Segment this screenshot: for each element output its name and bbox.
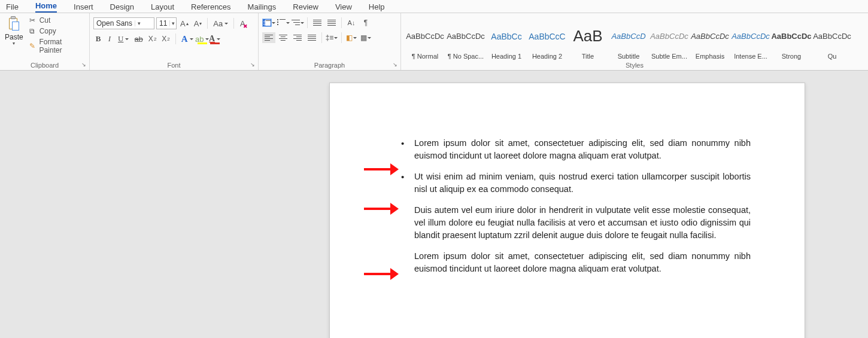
style-name: Qu — [828, 53, 837, 60]
style--no-spac-[interactable]: AaBbCcDc¶ No Spac... — [445, 17, 486, 62]
copy-button[interactable]: ⧉Copy — [28, 27, 86, 35]
style-preview: AaB — [573, 20, 602, 53]
style-heading-1[interactable]: AaBbCcHeading 1 — [486, 17, 527, 62]
borders-button[interactable]: ▦ — [359, 32, 372, 43]
tab-mailings[interactable]: Mailings — [248, 2, 277, 13]
font-launcher[interactable]: ↘ — [249, 61, 256, 68]
style-preview: AaBbCcDc — [406, 20, 444, 53]
style-name: Subtle Em... — [651, 53, 687, 60]
tab-insert[interactable]: Insert — [74, 2, 93, 13]
subscript-button[interactable]: X2 — [147, 34, 158, 44]
underline-button[interactable]: U — [116, 34, 130, 44]
style-subtitle[interactable]: AaBbCcDSubtitle — [608, 17, 649, 62]
font-size-select[interactable]: 11▾ — [156, 17, 177, 29]
ribbon: Paste ▾ ✂Cut ⧉Copy ✎Format Painter Clipb… — [0, 13, 868, 71]
style--normal[interactable]: AaBbCcDc¶ Normal — [405, 17, 445, 62]
list-item[interactable]: Lorem ipsum dolor sit amet, consectetuer… — [399, 137, 751, 162]
document-page[interactable]: Lorem ipsum dolor sit amet, consectetuer… — [329, 83, 805, 338]
chevron-down-icon: ▾ — [169, 20, 176, 26]
paragraph-launcher[interactable]: ↘ — [391, 61, 399, 68]
tab-references[interactable]: References — [191, 2, 230, 13]
paste-button[interactable]: Paste ▾ — [4, 15, 27, 62]
tab-layout[interactable]: Layout — [151, 2, 174, 13]
show-marks-button[interactable]: ¶ — [359, 17, 372, 28]
copy-icon: ⧉ — [28, 27, 37, 35]
cut-button[interactable]: ✂Cut — [28, 16, 86, 25]
change-case-button[interactable]: Aa — [211, 18, 230, 29]
style-qu[interactable]: AaBbCcDcQu — [812, 17, 852, 62]
style-strong[interactable]: AaBbCcDcStrong — [771, 17, 812, 62]
annotation-arrow — [364, 268, 399, 280]
align-right-button[interactable] — [291, 32, 304, 43]
align-right-icon — [293, 35, 302, 41]
tab-design[interactable]: Design — [110, 2, 134, 13]
style-preview: AaBbCcDc — [732, 20, 770, 53]
decrease-indent-button[interactable] — [311, 17, 324, 28]
style-preview: AaBbCcDc — [447, 20, 485, 53]
bullets-button[interactable] — [262, 17, 275, 28]
tab-view[interactable]: View — [335, 2, 352, 13]
format-painter-button[interactable]: ✎Format Painter — [28, 38, 86, 54]
highlight-button[interactable]: ab — [197, 34, 208, 44]
align-center-button[interactable] — [277, 32, 290, 43]
list-item[interactable]: Duis autem vel eum iriure dolor in hendr… — [399, 204, 751, 242]
copy-label: Copy — [40, 27, 56, 35]
group-paragraph: A↓ ¶ ‡≡ ◧ ▦ Paragraph ↘ — [259, 13, 401, 70]
paste-dropdown-icon[interactable]: ▾ — [13, 41, 15, 46]
clear-format-button[interactable]: A✖ — [238, 18, 247, 29]
shrink-font-button[interactable]: A▾ — [192, 18, 204, 29]
align-justify-icon — [308, 35, 316, 41]
style-preview: AaBbCcC — [529, 20, 565, 53]
paragraph-group-label: Paragraph — [314, 62, 345, 69]
number-list-icon — [277, 19, 286, 26]
style-name: ¶ Normal — [412, 53, 438, 60]
text-effects-button[interactable]: A — [180, 34, 195, 44]
increase-indent-button[interactable] — [325, 17, 338, 28]
strikethrough-button[interactable]: ab — [132, 34, 144, 44]
format-painter-label: Format Painter — [39, 38, 86, 54]
shading-button[interactable]: ◧ — [345, 32, 358, 43]
group-styles: AaBbCcDc¶ NormalAaBbCcDc¶ No Spac...AaBb… — [401, 13, 868, 70]
cut-label: Cut — [40, 16, 51, 25]
font-family-value: Open Sans — [94, 19, 135, 28]
style-intense-e-[interactable]: AaBbCcDcIntense E... — [730, 17, 771, 62]
style-heading-2[interactable]: AaBbCcCHeading 2 — [527, 17, 567, 62]
list-item[interactable]: Ut wisi enim ad minim veniam, quis nostr… — [399, 170, 751, 196]
style-emphasis[interactable]: AaBbCcDcEmphasis — [690, 17, 730, 62]
paste-icon — [7, 16, 20, 32]
multilevel-button[interactable] — [291, 17, 304, 28]
style-subtle-em-[interactable]: AaBbCcDcSubtle Em... — [649, 17, 690, 62]
grow-font-button[interactable]: A▴ — [178, 18, 190, 29]
bold-button[interactable]: B — [93, 34, 103, 44]
styles-gallery[interactable]: AaBbCcDc¶ NormalAaBbCcDc¶ No Spac...AaBb… — [405, 15, 864, 62]
style-preview: AaBbCcDc — [691, 20, 729, 53]
style-preview: AaBbCcDc — [813, 20, 851, 53]
ribbon-tabs: FileHomeInsertDesignLayoutReferencesMail… — [0, 0, 868, 13]
align-justify-button[interactable] — [305, 32, 318, 43]
style-name: Subtitle — [618, 53, 640, 60]
font-size-value: 11 — [157, 19, 169, 28]
annotation-arrow — [364, 203, 399, 215]
document-list: Lorem ipsum dolor sit amet, consectetuer… — [399, 137, 751, 275]
document-canvas[interactable]: Lorem ipsum dolor sit amet, consectetuer… — [0, 71, 868, 338]
tab-home[interactable]: Home — [35, 1, 57, 13]
font-family-select[interactable]: Open Sans▾ — [93, 17, 154, 29]
tab-review[interactable]: Review — [293, 2, 318, 13]
align-left-button[interactable] — [262, 32, 275, 43]
superscript-button[interactable]: X2 — [160, 34, 171, 44]
font-color-button[interactable]: A — [210, 34, 220, 44]
tab-file[interactable]: File — [6, 2, 19, 13]
italic-button[interactable]: I — [105, 34, 114, 44]
list-item[interactable]: Lorem ipsum dolor sit amet, consectetuer… — [399, 250, 751, 275]
style-preview: AaBbCcDc — [771, 20, 811, 53]
align-center-icon — [279, 35, 287, 41]
numbering-button[interactable] — [277, 17, 290, 28]
paste-label: Paste — [5, 33, 23, 41]
annotation-arrow — [364, 163, 399, 175]
tab-help[interactable]: Help — [369, 2, 385, 13]
style-title[interactable]: AaBTitle — [567, 17, 608, 62]
sort-button[interactable]: A↓ — [345, 17, 358, 28]
line-spacing-button[interactable]: ‡≡ — [325, 32, 338, 43]
style-preview: AaBbCc — [491, 20, 521, 53]
clipboard-launcher[interactable]: ↘ — [80, 61, 87, 68]
